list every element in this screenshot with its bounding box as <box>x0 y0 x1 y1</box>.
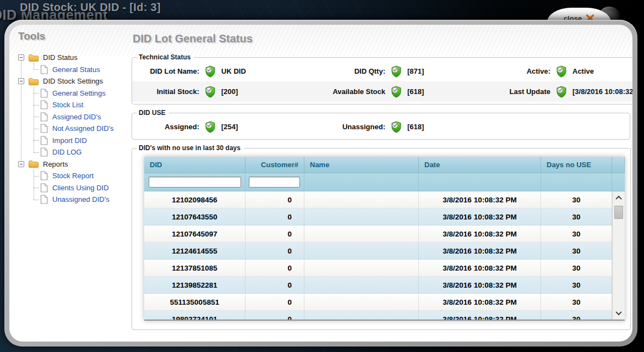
table-row[interactable]: 12102098456 0 3/8/2016 10:08:32 PM 30 <box>144 191 625 208</box>
scrollbar-thumb[interactable] <box>614 206 623 219</box>
field-available-stock: Available Stock [618] <box>326 86 501 98</box>
page-title: DID Lot General Status <box>133 32 630 45</box>
tree-item-general-status[interactable]: General Status <box>17 64 132 76</box>
table-row[interactable]: 12139852281 0 3/8/2016 10:08:32 PM 30 <box>144 277 625 294</box>
status-ok-shield-icon <box>556 65 567 78</box>
field-row: Initial Stock: [200] Available Stock [61… <box>132 81 632 102</box>
scrollbar-down-button[interactable] <box>613 307 625 318</box>
tree-item-label: Stock List <box>52 101 83 109</box>
cell-days-no-use: 30 <box>541 226 612 243</box>
column-header-days-no-use[interactable]: Days no USE <box>541 157 612 173</box>
tree-item-label: DID Stock Settings <box>43 77 103 85</box>
cell-name <box>304 311 419 321</box>
cell-name <box>304 294 419 311</box>
field-active: Active: Active <box>501 65 632 78</box>
collapse-toggle-icon[interactable] <box>18 161 24 167</box>
dialog-title: DID Stock: UK DID - [Id: 3] <box>20 1 161 14</box>
cell-days-no-use: 30 <box>541 277 612 294</box>
column-header-date[interactable]: Date <box>419 157 541 173</box>
tree-item-reports[interactable]: Reports <box>17 158 132 170</box>
tree-item-unassigned-dids[interactable]: Unassigned DID's <box>17 194 132 206</box>
cell-name <box>304 277 419 294</box>
tree-item-label: General Status <box>52 65 100 74</box>
tree-item-label: DID Status <box>43 53 78 62</box>
page-icon <box>40 183 48 193</box>
field-row: DID Lot Name: UK DID DID Qtty: [871] Act… <box>132 61 632 81</box>
cell-did: 12107645097 <box>144 226 245 243</box>
field-value: UK DID <box>221 67 246 75</box>
sidebar-title: Tools <box>18 30 132 42</box>
column-header-filler <box>612 157 625 173</box>
cell-did: 12102098456 <box>144 191 245 208</box>
tree-item-label: Import DID <box>52 136 87 145</box>
tree-item-label: Assigned DID's <box>52 113 101 121</box>
tree-item-did-stock-settings[interactable]: DID Stock Settings <box>17 75 132 87</box>
field-last-update: Last Update [3/8/2016 10:08:32 PM] <box>501 86 632 98</box>
page-icon <box>40 147 48 157</box>
cell-date: 3/8/2016 10:08:32 PM <box>419 311 541 321</box>
tree-item-label: DID LOG <box>52 148 81 156</box>
cell-name <box>304 226 419 243</box>
table-row[interactable]: 12124614555 0 3/8/2016 10:08:32 PM 30 <box>144 243 625 260</box>
scrollbar-up-button[interactable] <box>613 193 625 204</box>
cell-did: 551135005851 <box>144 294 245 311</box>
table-row[interactable]: 551135005851 0 3/8/2016 10:08:32 PM 30 <box>144 294 625 311</box>
field-value: [618] <box>407 123 424 131</box>
page-icon <box>40 89 48 98</box>
vertical-scrollbar[interactable] <box>612 191 625 320</box>
cell-date: 3/8/2016 10:08:32 PM <box>419 226 541 243</box>
collapse-toggle-icon[interactable] <box>18 54 24 61</box>
tree-item-clients-using-did[interactable]: Clients Using DID <box>17 182 132 194</box>
field-label: Active: <box>501 67 550 75</box>
table-row[interactable]: 19802724101 0 3/8/2016 10:08:32 PM 30 <box>144 311 625 321</box>
table-row[interactable]: 12107645097 0 3/8/2016 10:08:32 PM 30 <box>144 226 625 243</box>
filter-cell-date <box>419 173 541 191</box>
cell-customer: 0 <box>245 243 304 260</box>
tree-item-general-settings[interactable]: General Settings <box>17 87 132 100</box>
tree-item-assigned-dids[interactable]: Assigned DID's <box>17 111 132 123</box>
tree-item-not-assigned-dids[interactable]: Not Assigned DID's <box>17 123 132 135</box>
tree-item-label: Reports <box>43 160 68 168</box>
field-value: [254] <box>221 123 238 131</box>
field-did-lot-name: DID Lot Name: UK DID <box>132 65 326 78</box>
tree-item-did-status[interactable]: DID Status <box>17 52 132 64</box>
tree-item-stock-list[interactable]: Stock List <box>17 99 132 111</box>
customer-filter-input[interactable] <box>249 177 300 188</box>
technical-status-legend: Technical Status <box>137 53 194 61</box>
table-row[interactable]: 12107643550 0 3/8/2016 10:08:32 PM 30 <box>144 208 625 226</box>
tree-item-import-did[interactable]: Import DID <box>17 135 132 147</box>
cell-days-no-use: 30 <box>541 260 612 277</box>
column-header-did[interactable]: DID <box>144 157 245 173</box>
column-header-name[interactable]: Name <box>304 157 419 173</box>
no-use-legend: DID's with no use in last 30 days <box>137 144 244 152</box>
cell-name <box>304 208 419 226</box>
page-icon <box>40 195 48 204</box>
cell-date: 3/8/2016 10:08:32 PM <box>419 243 541 260</box>
cell-days-no-use: 30 <box>541 243 612 260</box>
status-ok-shield-icon <box>391 65 402 78</box>
tools-sidebar: Tools DID Status General Status <box>17 30 132 206</box>
table-row[interactable]: 12137851085 0 3/8/2016 10:08:32 PM 30 <box>144 260 625 277</box>
table-filter-row <box>144 173 625 191</box>
cell-customer: 0 <box>245 277 304 294</box>
filter-cell-days <box>541 173 612 191</box>
did-filter-input[interactable] <box>149 177 241 188</box>
cell-customer: 0 <box>245 208 304 226</box>
tree-item-did-log[interactable]: DID LOG <box>17 146 132 158</box>
tree-item-label: General Settings <box>52 89 106 97</box>
technical-status-fieldset: Technical Status DID Lot Name: UK DID DI… <box>132 53 632 105</box>
field-label: Initial Stock: <box>132 87 199 96</box>
collapse-toggle-icon[interactable] <box>18 78 24 84</box>
cell-did: 12124614555 <box>144 243 245 260</box>
table-header-row: DID Customer# Name Date Days no USE <box>144 157 625 173</box>
cell-did: 12139852281 <box>144 277 245 294</box>
cell-date: 3/8/2016 10:08:32 PM <box>419 260 541 277</box>
field-value: [3/8/2016 10:08:32 PM] <box>572 87 632 96</box>
navigation-tree: DID Status General Status DID Stock Sett… <box>17 52 132 206</box>
status-ok-shield-icon <box>391 121 402 133</box>
chevron-up-icon <box>615 196 621 202</box>
tree-item-stock-report[interactable]: Stock Report <box>17 170 132 182</box>
column-header-customer[interactable]: Customer# <box>245 157 304 173</box>
field-label: Assigned: <box>132 123 199 131</box>
cell-did: 12107643550 <box>144 208 245 226</box>
